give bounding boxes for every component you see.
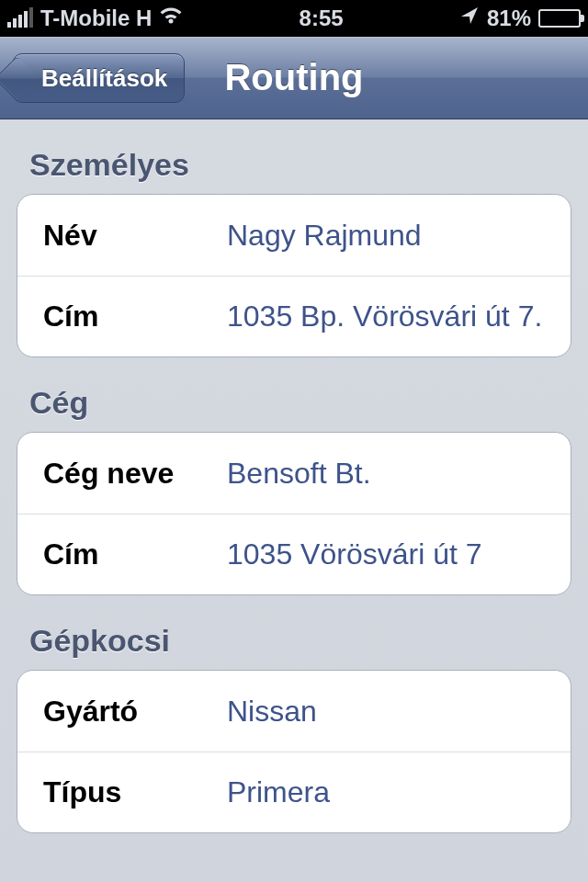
battery-percent: 81% — [487, 6, 531, 31]
row-company-name[interactable]: Cég neve Bensoft Bt. — [17, 433, 571, 514]
value-car-make: Nissan — [227, 695, 545, 729]
label-personal-name: Név — [43, 219, 227, 253]
value-personal-name: Nagy Rajmund — [227, 219, 545, 253]
content-scroll[interactable]: Személyes Név Nagy Rajmund Cím 1035 Bp. … — [0, 119, 588, 882]
row-personal-address[interactable]: Cím 1035 Bp. Vörösvári út 7. — [17, 276, 571, 356]
section-header-car: Gépkocsi — [29, 623, 571, 659]
nav-bar: Beállítások Routing — [0, 37, 588, 119]
group-company: Cég neve Bensoft Bt. Cím 1035 Vörösvári … — [17, 432, 571, 595]
label-car-model: Típus — [43, 775, 227, 809]
label-car-make: Gyártó — [43, 695, 227, 729]
back-button[interactable]: Beállítások — [13, 53, 185, 103]
label-company-name: Cég neve — [43, 457, 227, 491]
row-car-make[interactable]: Gyártó Nissan — [17, 671, 571, 752]
row-car-model[interactable]: Típus Primera — [17, 752, 571, 832]
value-company-address: 1035 Vörösvári út 7 — [227, 537, 545, 571]
value-car-model: Primera — [227, 775, 545, 809]
group-personal: Név Nagy Rajmund Cím 1035 Bp. Vörösvári … — [17, 194, 571, 357]
row-company-address[interactable]: Cím 1035 Vörösvári út 7 — [17, 514, 571, 594]
wifi-icon — [159, 6, 183, 30]
section-header-personal: Személyes — [29, 147, 571, 183]
label-company-address: Cím — [43, 537, 227, 571]
battery-icon — [538, 9, 581, 28]
clock: 8:55 — [300, 6, 344, 31]
page-title: Routing — [224, 57, 363, 98]
group-car: Gyártó Nissan Típus Primera — [17, 670, 571, 833]
section-header-company: Cég — [29, 385, 571, 421]
row-personal-name[interactable]: Név Nagy Rajmund — [17, 195, 571, 276]
location-icon — [459, 6, 480, 31]
status-bar: T-Mobile H 8:55 81% — [0, 0, 588, 37]
carrier-label: T-Mobile H — [40, 6, 152, 31]
label-personal-address: Cím — [43, 300, 227, 334]
signal-icon — [7, 9, 33, 28]
value-company-name: Bensoft Bt. — [227, 457, 545, 491]
back-button-label: Beállítások — [41, 64, 167, 93]
value-personal-address: 1035 Bp. Vörösvári út 7. — [227, 300, 545, 334]
